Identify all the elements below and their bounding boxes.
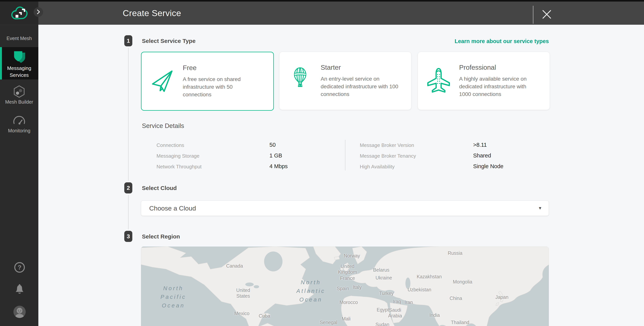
step-1-title: Select Service Type bbox=[142, 38, 196, 44]
learn-more-link[interactable]: Learn more about our service types bbox=[454, 38, 549, 44]
step-number: 3 bbox=[127, 233, 130, 240]
region-map[interactable]: RussiaCanadaNorwayUnited KingdomBelarusU… bbox=[141, 247, 549, 326]
details-divider bbox=[345, 140, 346, 170]
map-label-turkey: Turkey bbox=[379, 290, 394, 296]
step-2-title: Select Cloud bbox=[142, 185, 177, 191]
detail-label: Connections bbox=[156, 142, 184, 148]
sidebar-item-label: Mesh Builder bbox=[0, 98, 38, 105]
close-icon bbox=[541, 18, 552, 20]
detail-value: >8.11 bbox=[473, 142, 487, 148]
card-description: An entry-level service on dedicated infr… bbox=[321, 75, 399, 98]
help-button[interactable]: ? bbox=[14, 262, 25, 273]
close-button[interactable] bbox=[541, 9, 552, 20]
service-type-card-starter[interactable]: Starter An entry-level service on dedica… bbox=[279, 52, 411, 110]
map-label-india: India bbox=[430, 312, 440, 318]
detail-row: Connections 50 bbox=[156, 140, 337, 151]
map-label-spain: Spain bbox=[337, 286, 349, 291]
notifications-bell-icon bbox=[14, 294, 25, 296]
map-label-united-states: United States bbox=[236, 287, 250, 299]
card-title: Starter bbox=[321, 64, 399, 71]
detail-label: High Availability bbox=[360, 164, 395, 170]
map-label-kazakhstan: Kazakhstan bbox=[417, 274, 442, 280]
step-connector bbox=[128, 195, 128, 229]
map-label-ukraine: Ukraine bbox=[376, 275, 392, 281]
paper-plane-icon bbox=[142, 70, 183, 93]
step-3-badge: 3 bbox=[124, 231, 132, 242]
top-strip bbox=[0, 0, 644, 1]
map-label-france: France bbox=[340, 275, 355, 281]
hexagon-icon bbox=[0, 85, 38, 98]
service-details-left-column: Connections 50 Messaging Storage 1 GB Ne… bbox=[156, 140, 337, 172]
detail-row: High Availability Single Node bbox=[360, 162, 552, 172]
map-labels-layer: RussiaCanadaNorwayUnited KingdomBelarusU… bbox=[141, 247, 549, 326]
service-details-heading: Service Details bbox=[142, 122, 184, 130]
sidebar-item-mesh-builder[interactable]: Mesh Builder bbox=[0, 84, 38, 108]
chevron-right-icon bbox=[36, 9, 41, 15]
map-label-japan: Japan bbox=[495, 294, 508, 300]
service-type-card-free[interactable]: Free A free service on shared infrastruc… bbox=[141, 52, 274, 111]
sidebar-item-event-mesh[interactable]: Event Mesh bbox=[0, 30, 38, 47]
step-number: 1 bbox=[127, 37, 130, 44]
service-details-right-column: Message Broker Version >8.11 Message Bro… bbox=[360, 140, 552, 172]
map-label-iraq: Iraq bbox=[392, 299, 401, 304]
map-label-egypt: Egypt bbox=[377, 307, 389, 313]
header-divider bbox=[533, 6, 533, 24]
map-label-belarus: Belarus bbox=[373, 267, 390, 273]
card-description: A highly available service on dedicated … bbox=[459, 75, 538, 98]
service-type-card-professional[interactable]: Professional A highly available service … bbox=[418, 52, 550, 110]
detail-value: Shared bbox=[473, 153, 491, 159]
detail-label: Messaging Storage bbox=[156, 153, 200, 159]
card-title: Professional bbox=[459, 64, 538, 71]
airplane-icon bbox=[418, 66, 459, 95]
app-logo[interactable] bbox=[0, 1, 38, 25]
map-label-china: China bbox=[450, 295, 462, 301]
map-label-morocco: Morocco bbox=[340, 299, 358, 305]
gauge-icon bbox=[0, 114, 38, 127]
map-label-canada: Canada bbox=[226, 263, 243, 269]
hot-air-balloon-icon bbox=[280, 66, 321, 95]
sidebar-item-monitoring[interactable]: Monitoring bbox=[0, 113, 38, 138]
map-label-north-pacific-ocean: North Pacific Ocean bbox=[160, 284, 186, 310]
sidebar-expand-button[interactable] bbox=[34, 7, 43, 17]
step-3-title: Select Region bbox=[142, 233, 180, 240]
step-connector bbox=[128, 48, 128, 181]
notifications-button[interactable] bbox=[14, 284, 25, 295]
step-1-badge: 1 bbox=[124, 35, 132, 46]
detail-label: Message Broker Version bbox=[360, 142, 414, 148]
shield-icon bbox=[0, 50, 38, 64]
map-label-uzbekistan: Uzbekistan bbox=[408, 287, 431, 293]
active-indicator bbox=[0, 47, 2, 79]
sidebar-item-label: Messaging Services bbox=[0, 65, 38, 79]
create-service-page: Create Service bbox=[0, 0, 644, 326]
help-icon: ? bbox=[14, 271, 25, 274]
map-label-senegal: Senegal bbox=[320, 320, 337, 325]
cloud-select-value: Choose a Cloud bbox=[149, 205, 196, 212]
map-label-mongolia: Mongolia bbox=[453, 279, 472, 285]
map-label-italy: Italy bbox=[353, 284, 362, 290]
detail-row: Message Broker Version >8.11 bbox=[360, 140, 552, 151]
dialog-header: Create Service bbox=[38, 1, 644, 25]
map-label-saudi-arabia: Saudi Arabia bbox=[388, 307, 402, 319]
chevron-down-icon bbox=[538, 206, 542, 211]
card-description: A free service on shared infrastructure … bbox=[183, 75, 262, 98]
step-number: 2 bbox=[127, 185, 130, 191]
detail-value: 1 GB bbox=[270, 153, 282, 159]
map-label-russia: Russia bbox=[448, 250, 462, 256]
sidebar: Event Mesh Messaging Services bbox=[0, 1, 38, 326]
map-label-united-kingdom: United Kingdom bbox=[338, 263, 357, 275]
sidebar-item-messaging-services[interactable]: Messaging Services bbox=[0, 47, 38, 79]
detail-value: 4 Mbps bbox=[270, 163, 288, 169]
map-label-mali: Mali bbox=[342, 316, 350, 322]
map-label-north-atlantic-ocean: North Atlantic Ocean bbox=[296, 278, 325, 304]
sidebar-item-label: Event Mesh bbox=[6, 35, 32, 42]
detail-value: Single Node bbox=[473, 163, 504, 169]
map-label-iran: Iran bbox=[404, 299, 413, 305]
detail-row: Messaging Storage 1 GB bbox=[156, 151, 337, 162]
svg-text:?: ? bbox=[18, 264, 22, 271]
cloud-select-dropdown[interactable]: Choose a Cloud bbox=[141, 200, 549, 216]
avatar-icon bbox=[14, 315, 26, 318]
user-avatar[interactable] bbox=[14, 306, 26, 318]
sidebar-item-label: Monitoring bbox=[0, 127, 38, 134]
map-label-norway: Norway bbox=[344, 253, 360, 259]
card-title: Free bbox=[183, 64, 262, 72]
